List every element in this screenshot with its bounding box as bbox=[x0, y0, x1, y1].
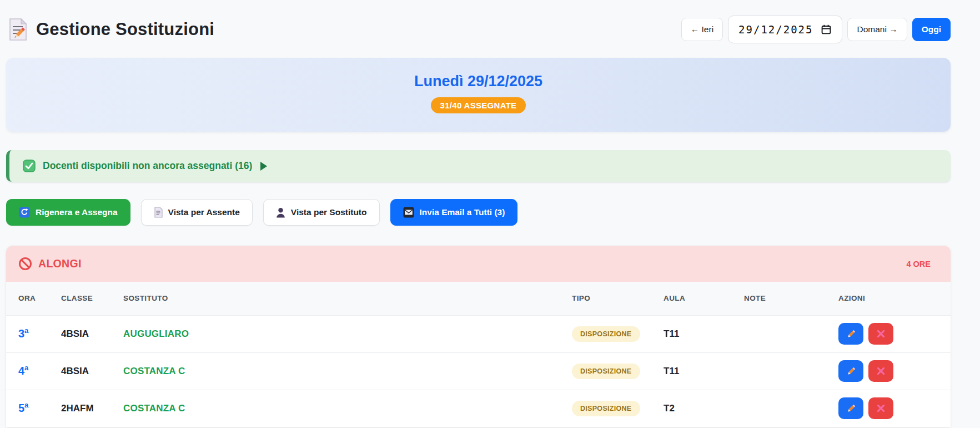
caret-right-icon[interactable] bbox=[260, 162, 267, 171]
available-teachers-label: Docenti disponibili non ancora assegnati… bbox=[43, 160, 252, 172]
x-icon bbox=[876, 329, 886, 339]
view-by-substitute-label: Vista per Sostituto bbox=[291, 207, 367, 217]
pencil-icon bbox=[846, 404, 856, 414]
x-icon bbox=[876, 366, 886, 376]
send-email-all-button[interactable]: Invia Email a Tutti (3) bbox=[390, 199, 518, 226]
col-aula: AULA bbox=[664, 282, 744, 315]
pencil-icon bbox=[846, 329, 856, 339]
col-note: NOTE bbox=[744, 282, 838, 315]
date-controls: ← Ieri 29/12/2025 Domani → Oggi bbox=[681, 16, 951, 43]
note-cell bbox=[744, 352, 838, 390]
calendar-icon[interactable] bbox=[821, 24, 832, 35]
hour-cell: 4ª bbox=[6, 352, 61, 390]
regenerate-assign-button[interactable]: Rigenera e Assegna bbox=[6, 199, 130, 226]
col-ora: ORA bbox=[6, 282, 61, 315]
type-badge: DISPOSIZIONE bbox=[572, 326, 640, 342]
email-icon bbox=[403, 207, 414, 218]
hour-cell: 5ª bbox=[6, 390, 61, 427]
table-row: 4ª 4BSIA COSTANZA C DISPOSIZIONE T11 bbox=[6, 352, 951, 390]
toolbar: Rigenera e Assegna Vista per Assente bbox=[6, 199, 951, 226]
edit-button[interactable] bbox=[838, 360, 863, 382]
col-tipo: TIPO bbox=[572, 282, 664, 315]
class-cell: 4BSIA bbox=[61, 352, 123, 390]
class-cell: 2HAFM bbox=[61, 390, 123, 427]
edit-button[interactable] bbox=[838, 323, 863, 345]
send-email-all-label: Invia Email a Tutti (3) bbox=[420, 207, 505, 217]
view-by-absent-label: Vista per Assente bbox=[168, 207, 240, 217]
room-cell: T11 bbox=[664, 352, 744, 390]
day-heading: Lunedì 29/12/2025 bbox=[6, 73, 951, 90]
top-bar: Gestione Sostituzioni ← Ieri 29/12/2025 … bbox=[6, 0, 951, 58]
tomorrow-button[interactable]: Domani → bbox=[847, 18, 907, 41]
note-cell bbox=[744, 315, 838, 352]
room-cell: T2 bbox=[664, 390, 744, 427]
hour-cell: 3ª bbox=[6, 315, 61, 352]
today-button[interactable]: Oggi bbox=[912, 18, 951, 41]
substitute-cell: COSTANZA C bbox=[123, 390, 572, 427]
table-row: 5ª 2HAFM COSTANZA C DISPOSIZIONE T2 bbox=[6, 390, 951, 427]
class-cell: 4BSIA bbox=[61, 315, 123, 352]
col-sostituto: SOSTITUTO bbox=[123, 282, 572, 315]
delete-button[interactable] bbox=[868, 360, 893, 382]
refresh-icon bbox=[19, 207, 30, 218]
absence-card: ALONGI 4 ORE ORA CLASSE SOSTITUTO TIPO A… bbox=[6, 246, 951, 427]
date-value[interactable]: 29/12/2025 bbox=[738, 23, 813, 36]
page: Gestione Sostituzioni ← Ieri 29/12/2025 … bbox=[6, 0, 951, 427]
absent-teacher-name: ALONGI bbox=[38, 257, 82, 270]
day-banner: Lunedì 29/12/2025 31/40 ASSEGNATE bbox=[6, 58, 951, 132]
person-icon bbox=[276, 207, 285, 218]
title-wrap: Gestione Sostituzioni bbox=[6, 17, 214, 42]
prohibited-icon bbox=[18, 257, 32, 271]
delete-button[interactable] bbox=[868, 323, 893, 345]
assigned-count-badge: 31/40 ASSEGNATE bbox=[431, 97, 526, 113]
document-icon bbox=[154, 207, 163, 218]
absence-hours-badge: 4 ORE bbox=[906, 260, 931, 268]
col-classe: CLASSE bbox=[61, 282, 123, 315]
memo-pencil-icon bbox=[6, 17, 29, 42]
edit-button[interactable] bbox=[838, 397, 863, 419]
note-cell bbox=[744, 390, 838, 427]
substitute-cell: COSTANZA C bbox=[123, 352, 572, 390]
room-cell: T11 bbox=[664, 315, 744, 352]
page-title: Gestione Sostituzioni bbox=[36, 19, 214, 39]
type-badge: DISPOSIZIONE bbox=[572, 401, 640, 416]
delete-button[interactable] bbox=[868, 397, 893, 419]
view-by-substitute-button[interactable]: Vista per Sostituto bbox=[263, 199, 380, 226]
date-input[interactable]: 29/12/2025 bbox=[728, 16, 842, 43]
substitute-cell: AUGUGLIARO bbox=[123, 315, 572, 352]
substitutions-table: ORA CLASSE SOSTITUTO TIPO AULA NOTE AZIO… bbox=[6, 282, 951, 427]
regenerate-assign-label: Rigenera e Assegna bbox=[36, 207, 118, 217]
yesterday-button[interactable]: ← Ieri bbox=[681, 18, 723, 41]
view-by-absent-button[interactable]: Vista per Assente bbox=[141, 199, 253, 226]
green-checkbox-icon bbox=[23, 160, 36, 172]
pencil-icon bbox=[846, 366, 856, 376]
table-header-row: ORA CLASSE SOSTITUTO TIPO AULA NOTE AZIO… bbox=[6, 282, 951, 315]
absence-card-header: ALONGI 4 ORE bbox=[6, 246, 951, 282]
type-badge: DISPOSIZIONE bbox=[572, 364, 640, 379]
x-icon bbox=[876, 404, 886, 413]
col-azioni: AZIONI bbox=[838, 282, 951, 315]
available-teachers-alert[interactable]: Docenti disponibili non ancora assegnati… bbox=[6, 150, 951, 182]
table-row: 3ª 4BSIA AUGUGLIARO DISPOSIZIONE T11 bbox=[6, 315, 951, 352]
